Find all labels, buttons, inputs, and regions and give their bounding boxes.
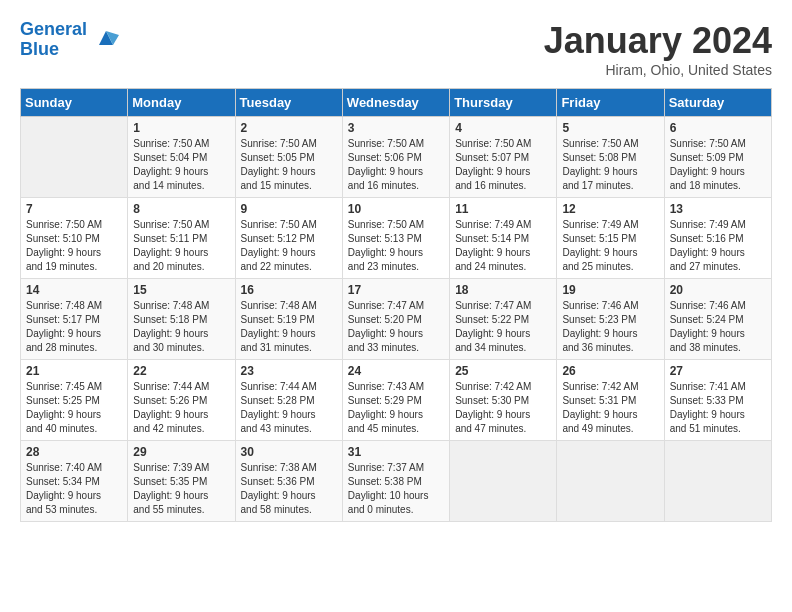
header-friday: Friday [557, 89, 664, 117]
day-info: Sunrise: 7:50 AM Sunset: 5:10 PM Dayligh… [26, 218, 122, 274]
day-number: 27 [670, 364, 766, 378]
cell-w0d1: 1Sunrise: 7:50 AM Sunset: 5:04 PM Daylig… [128, 117, 235, 198]
cell-w3d0: 21Sunrise: 7:45 AM Sunset: 5:25 PM Dayli… [21, 360, 128, 441]
week-row-0: 1Sunrise: 7:50 AM Sunset: 5:04 PM Daylig… [21, 117, 772, 198]
day-info: Sunrise: 7:40 AM Sunset: 5:34 PM Dayligh… [26, 461, 122, 517]
day-info: Sunrise: 7:48 AM Sunset: 5:17 PM Dayligh… [26, 299, 122, 355]
day-info: Sunrise: 7:50 AM Sunset: 5:04 PM Dayligh… [133, 137, 229, 193]
calendar-header: Sunday Monday Tuesday Wednesday Thursday… [21, 89, 772, 117]
header-wednesday: Wednesday [342, 89, 449, 117]
day-number: 24 [348, 364, 444, 378]
day-info: Sunrise: 7:37 AM Sunset: 5:38 PM Dayligh… [348, 461, 444, 517]
day-number: 6 [670, 121, 766, 135]
cell-w2d5: 19Sunrise: 7:46 AM Sunset: 5:23 PM Dayli… [557, 279, 664, 360]
day-info: Sunrise: 7:48 AM Sunset: 5:19 PM Dayligh… [241, 299, 337, 355]
week-row-4: 28Sunrise: 7:40 AM Sunset: 5:34 PM Dayli… [21, 441, 772, 522]
cell-w0d4: 4Sunrise: 7:50 AM Sunset: 5:07 PM Daylig… [450, 117, 557, 198]
cell-w0d2: 2Sunrise: 7:50 AM Sunset: 5:05 PM Daylig… [235, 117, 342, 198]
cell-w4d5 [557, 441, 664, 522]
day-info: Sunrise: 7:50 AM Sunset: 5:07 PM Dayligh… [455, 137, 551, 193]
day-number: 5 [562, 121, 658, 135]
day-info: Sunrise: 7:49 AM Sunset: 5:14 PM Dayligh… [455, 218, 551, 274]
day-number: 25 [455, 364, 551, 378]
cell-w2d3: 17Sunrise: 7:47 AM Sunset: 5:20 PM Dayli… [342, 279, 449, 360]
day-number: 30 [241, 445, 337, 459]
week-row-2: 14Sunrise: 7:48 AM Sunset: 5:17 PM Dayli… [21, 279, 772, 360]
cell-w2d1: 15Sunrise: 7:48 AM Sunset: 5:18 PM Dayli… [128, 279, 235, 360]
cell-w1d1: 8Sunrise: 7:50 AM Sunset: 5:11 PM Daylig… [128, 198, 235, 279]
day-info: Sunrise: 7:50 AM Sunset: 5:13 PM Dayligh… [348, 218, 444, 274]
day-info: Sunrise: 7:46 AM Sunset: 5:24 PM Dayligh… [670, 299, 766, 355]
day-number: 3 [348, 121, 444, 135]
day-info: Sunrise: 7:50 AM Sunset: 5:12 PM Dayligh… [241, 218, 337, 274]
day-number: 12 [562, 202, 658, 216]
cell-w1d5: 12Sunrise: 7:49 AM Sunset: 5:15 PM Dayli… [557, 198, 664, 279]
day-info: Sunrise: 7:50 AM Sunset: 5:11 PM Dayligh… [133, 218, 229, 274]
day-number: 28 [26, 445, 122, 459]
day-info: Sunrise: 7:50 AM Sunset: 5:08 PM Dayligh… [562, 137, 658, 193]
day-info: Sunrise: 7:48 AM Sunset: 5:18 PM Dayligh… [133, 299, 229, 355]
day-info: Sunrise: 7:42 AM Sunset: 5:31 PM Dayligh… [562, 380, 658, 436]
day-info: Sunrise: 7:47 AM Sunset: 5:22 PM Dayligh… [455, 299, 551, 355]
logo-blue: Blue [20, 39, 59, 59]
day-info: Sunrise: 7:49 AM Sunset: 5:16 PM Dayligh… [670, 218, 766, 274]
day-number: 23 [241, 364, 337, 378]
cell-w4d2: 30Sunrise: 7:38 AM Sunset: 5:36 PM Dayli… [235, 441, 342, 522]
day-info: Sunrise: 7:43 AM Sunset: 5:29 PM Dayligh… [348, 380, 444, 436]
day-number: 16 [241, 283, 337, 297]
cell-w3d5: 26Sunrise: 7:42 AM Sunset: 5:31 PM Dayli… [557, 360, 664, 441]
cell-w1d3: 10Sunrise: 7:50 AM Sunset: 5:13 PM Dayli… [342, 198, 449, 279]
header-sunday: Sunday [21, 89, 128, 117]
day-info: Sunrise: 7:45 AM Sunset: 5:25 PM Dayligh… [26, 380, 122, 436]
cell-w1d2: 9Sunrise: 7:50 AM Sunset: 5:12 PM Daylig… [235, 198, 342, 279]
calendar-table: Sunday Monday Tuesday Wednesday Thursday… [20, 88, 772, 522]
cell-w0d3: 3Sunrise: 7:50 AM Sunset: 5:06 PM Daylig… [342, 117, 449, 198]
day-number: 22 [133, 364, 229, 378]
day-info: Sunrise: 7:39 AM Sunset: 5:35 PM Dayligh… [133, 461, 229, 517]
calendar-body: 1Sunrise: 7:50 AM Sunset: 5:04 PM Daylig… [21, 117, 772, 522]
day-info: Sunrise: 7:47 AM Sunset: 5:20 PM Dayligh… [348, 299, 444, 355]
week-row-3: 21Sunrise: 7:45 AM Sunset: 5:25 PM Dayli… [21, 360, 772, 441]
day-number: 7 [26, 202, 122, 216]
day-number: 1 [133, 121, 229, 135]
day-number: 4 [455, 121, 551, 135]
cell-w2d2: 16Sunrise: 7:48 AM Sunset: 5:19 PM Dayli… [235, 279, 342, 360]
day-info: Sunrise: 7:50 AM Sunset: 5:05 PM Dayligh… [241, 137, 337, 193]
day-number: 31 [348, 445, 444, 459]
header-monday: Monday [128, 89, 235, 117]
cell-w0d0 [21, 117, 128, 198]
logo-icon [91, 25, 121, 55]
cell-w3d4: 25Sunrise: 7:42 AM Sunset: 5:30 PM Dayli… [450, 360, 557, 441]
cell-w0d6: 6Sunrise: 7:50 AM Sunset: 5:09 PM Daylig… [664, 117, 771, 198]
day-number: 2 [241, 121, 337, 135]
cell-w1d0: 7Sunrise: 7:50 AM Sunset: 5:10 PM Daylig… [21, 198, 128, 279]
day-number: 21 [26, 364, 122, 378]
day-number: 13 [670, 202, 766, 216]
logo-general: General [20, 19, 87, 39]
day-info: Sunrise: 7:50 AM Sunset: 5:06 PM Dayligh… [348, 137, 444, 193]
day-info: Sunrise: 7:50 AM Sunset: 5:09 PM Dayligh… [670, 137, 766, 193]
day-number: 29 [133, 445, 229, 459]
week-row-1: 7Sunrise: 7:50 AM Sunset: 5:10 PM Daylig… [21, 198, 772, 279]
day-info: Sunrise: 7:38 AM Sunset: 5:36 PM Dayligh… [241, 461, 337, 517]
location: Hiram, Ohio, United States [544, 62, 772, 78]
header-row: Sunday Monday Tuesday Wednesday Thursday… [21, 89, 772, 117]
cell-w3d3: 24Sunrise: 7:43 AM Sunset: 5:29 PM Dayli… [342, 360, 449, 441]
day-info: Sunrise: 7:46 AM Sunset: 5:23 PM Dayligh… [562, 299, 658, 355]
cell-w3d2: 23Sunrise: 7:44 AM Sunset: 5:28 PM Dayli… [235, 360, 342, 441]
day-info: Sunrise: 7:49 AM Sunset: 5:15 PM Dayligh… [562, 218, 658, 274]
page-header: General Blue January 2024 Hiram, Ohio, U… [20, 20, 772, 78]
logo: General Blue [20, 20, 121, 60]
cell-w4d4 [450, 441, 557, 522]
cell-w0d5: 5Sunrise: 7:50 AM Sunset: 5:08 PM Daylig… [557, 117, 664, 198]
day-number: 18 [455, 283, 551, 297]
day-number: 26 [562, 364, 658, 378]
cell-w1d6: 13Sunrise: 7:49 AM Sunset: 5:16 PM Dayli… [664, 198, 771, 279]
header-saturday: Saturday [664, 89, 771, 117]
header-tuesday: Tuesday [235, 89, 342, 117]
cell-w2d4: 18Sunrise: 7:47 AM Sunset: 5:22 PM Dayli… [450, 279, 557, 360]
cell-w3d1: 22Sunrise: 7:44 AM Sunset: 5:26 PM Dayli… [128, 360, 235, 441]
day-number: 20 [670, 283, 766, 297]
header-thursday: Thursday [450, 89, 557, 117]
cell-w1d4: 11Sunrise: 7:49 AM Sunset: 5:14 PM Dayli… [450, 198, 557, 279]
